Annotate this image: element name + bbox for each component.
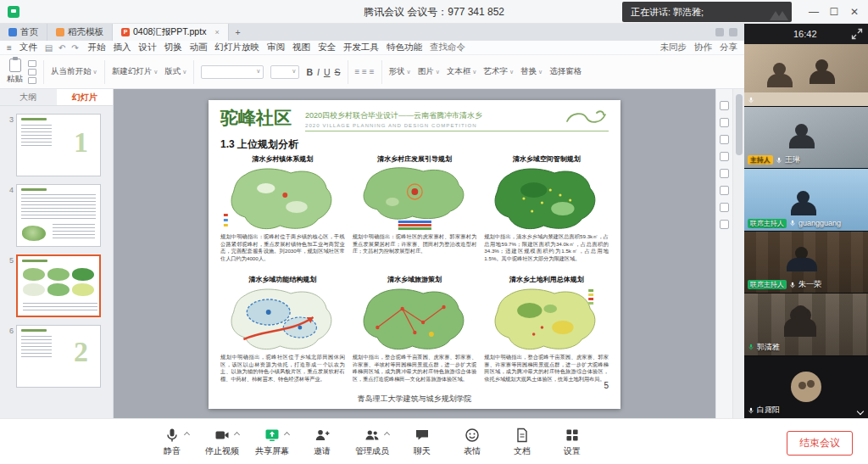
wps-document-tab[interactable]: P0408汇报PPT.pptx× [113,24,229,41]
video-options-caret[interactable] [234,431,240,437]
mute-options-caret[interactable] [184,431,190,437]
slide-thumbnail-3[interactable]: 1 [16,114,101,176]
strikethrough-button[interactable]: S [334,67,340,77]
outline-tab[interactable]: 大纲 [0,89,57,105]
menu-item-9[interactable]: 开发工具 [343,42,379,53]
menu-item-1[interactable]: 插入 [114,42,131,53]
plan-panel-2: 清水乡村庄发展引导规划 规划中明确指出：驼峰社区的虎家寨村、郭家寨村为重点发展聚… [353,154,477,271]
share-button[interactable]: 分享 [720,42,737,53]
end-meeting-button[interactable]: 结束会议 [787,431,853,456]
vertical-scrollbar[interactable] [732,89,744,464]
participant-name: 白露阳 [757,405,780,416]
participant-tile-4[interactable]: 联席主持人 朱一荣 [744,232,868,294]
person-silhouette [795,124,815,148]
share-options-caret[interactable] [284,431,290,437]
quick-access-icons[interactable]: ▤ ↶ ↷ [45,43,81,53]
underline-button[interactable]: U [324,67,331,77]
slide-thumbnail-5-selected[interactable] [16,254,101,317]
paste-button[interactable]: 粘贴 [7,59,23,85]
help-icon[interactable] [720,203,729,212]
account-icon[interactable] [715,28,724,36]
animation-pane-icon[interactable] [720,118,729,127]
panel-caption: 规划中明确指出，驼峰社区位于乡域北部田园休闲区，该区以山林资源为依托，打造形成一… [220,354,345,391]
menu-item-8[interactable]: 安全 [318,42,336,53]
replace-button[interactable]: 替换∨ [520,66,542,77]
stop-video-button[interactable]: 停止视频 [203,428,242,457]
menu-item-2[interactable]: 设计 [139,42,157,53]
shapes-button[interactable]: 形状∨ [389,66,411,77]
chat-button[interactable]: 聊天 [403,428,442,457]
textbox-label: 文本框 [447,66,471,77]
close-button[interactable]: ✕ [844,3,865,21]
menu-item-6[interactable]: 审阅 [267,42,285,53]
slide-number: 5 [3,254,14,265]
cohost-badge: 联席主持人 [748,280,787,289]
participant-tile-6[interactable]: 白露阳 [744,356,868,419]
settings-button[interactable]: 设置 [553,428,592,457]
new-document-tab-button[interactable]: + [229,24,248,41]
participant-tile-3[interactable]: 联席主持人 guangguang [744,169,868,232]
font-name-combobox[interactable] [201,65,264,79]
new-slide-button[interactable]: 新建幻灯片∨ [112,66,159,77]
wordart-button[interactable]: 艺术字∨ [483,66,514,77]
slide-layout-button[interactable]: 版式∨ [164,66,186,77]
selection-pane-button[interactable]: 选择窗格 [549,66,581,77]
slide-thumbnail-6[interactable]: 2 [16,325,101,388]
sync-status[interactable]: 未同步 [660,42,687,53]
expand-icon[interactable] [851,28,863,40]
current-slide[interactable]: 驼峰社区 2020四校乡村联合毕业设计——云南省腾冲市清水乡 2020 VILL… [209,100,620,409]
function-structure-map [220,285,345,353]
layout-label: 版式 [164,66,181,77]
alignment-buttons[interactable]: ≡ ≡ ≡ [355,67,375,76]
textbox-button[interactable]: 文本框∨ [447,66,477,77]
thumbnail-big-number: 1 [74,126,88,159]
share-screen-button[interactable]: 共享屏幕 [253,428,292,457]
wps-home-tab[interactable]: 首页 [0,24,47,41]
hamburger-icon[interactable]: ≡ [7,43,12,53]
menu-item-4[interactable]: 动画 [190,42,208,53]
italic-button[interactable]: I [317,67,320,77]
microphone-icon [164,428,180,443]
menu-item-7[interactable]: 视图 [292,42,310,53]
mute-button[interactable]: 静音 [153,428,192,457]
menu-item-10[interactable]: 特色功能 [387,42,422,53]
slide-thumbnail-4[interactable] [16,184,101,247]
participant-tile-2[interactable]: 主持人 王琳 [744,107,868,170]
cut-copy-formatpainter-icons[interactable] [28,60,36,84]
maximize-button[interactable]: ☐ [824,3,844,21]
emoji-button[interactable]: 表情 [453,428,492,457]
docs-button[interactable]: 文档 [503,428,542,457]
more-tools-icon[interactable] [720,220,729,229]
find-command[interactable]: 查找命令 [430,42,465,53]
collaborate-button[interactable]: 协作 [694,42,712,53]
wps-ribbon: 粘贴 从当前开始∨ 新建幻灯片∨ 版式∨ B I U S ≡ ≡ ≡ 形状∨ 图… [0,55,744,89]
close-document-icon[interactable]: × [214,28,219,36]
slides-tab[interactable]: 幻灯片 [57,89,114,105]
skin-icon[interactable] [729,28,737,36]
wps-templates-tab[interactable]: 稻壳模板 [47,24,113,41]
object-layer-icon[interactable] [720,152,729,161]
font-size-combobox[interactable] [270,65,299,79]
manage-members-button[interactable]: 管理成员 [353,428,392,457]
notes-icon[interactable] [720,169,729,178]
menu-item-5[interactable]: 幻灯片放映 [215,42,260,53]
play-from-current-button[interactable]: 从当前开始∨ [51,66,97,77]
invite-button[interactable]: 邀请 [303,428,342,457]
menu-item-0[interactable]: 开始 [88,42,106,53]
color-scheme-icon[interactable] [720,135,729,144]
menu-file[interactable]: 文件 [19,42,37,53]
document-icon [515,428,530,443]
minimize-button[interactable]: — [804,3,824,21]
menu-item-3[interactable]: 切换 [164,42,182,53]
collapse-videos-chevron-icon[interactable] [857,408,864,415]
thumbnail-map-grid [23,268,97,296]
bold-button[interactable]: B [306,67,313,77]
comment-icon[interactable] [720,186,729,195]
cloud-ornament-icon [565,109,609,127]
participant-tile-1[interactable] [744,44,868,107]
scrollbar-thumb[interactable] [736,94,743,155]
properties-icon[interactable] [720,101,729,110]
members-options-caret[interactable] [384,431,390,437]
participant-tile-5[interactable]: 郭清雅 [744,293,868,356]
picture-button[interactable]: 图片∨ [418,66,440,77]
